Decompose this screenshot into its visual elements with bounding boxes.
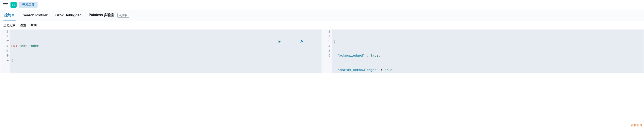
devtools-button[interactable]: 开发工具 [19, 2, 38, 8]
subnav-settings[interactable]: 设置 [20, 23, 26, 27]
gutter-line: 6 [0, 54, 8, 58]
http-method: PUT [11, 44, 17, 48]
request-editor[interactable]: 1234567 PUT test_index { "settings": { "… [0, 30, 322, 73]
response-gutter: 123456 [322, 30, 332, 73]
gutter-line: 1 [322, 30, 330, 34]
tab-console[interactable]: 控制台 [4, 10, 16, 21]
editor-actions [278, 30, 320, 53]
gutter-line: 2 [0, 34, 8, 39]
gutter-line: 5 [322, 49, 330, 54]
run-icon[interactable] [278, 30, 298, 53]
gutter-line: 5 [0, 49, 8, 54]
fold-up-icon[interactable] [329, 50, 331, 51]
gutter-line: 1 [0, 30, 8, 34]
editors-container: 1234567 PUT test_index { "settings": { "… [0, 30, 644, 73]
request-gutter: 1234567 [0, 30, 10, 73]
fold-up-icon[interactable] [7, 55, 9, 56]
request-code[interactable]: PUT test_index { "settings": { "number_o… [10, 30, 322, 73]
gutter-line: 3 [0, 39, 8, 44]
request-path: test_index [19, 44, 39, 48]
tab-grok-debugger[interactable]: Grok Debugger [54, 10, 82, 21]
subnav-history[interactable]: 历史记录 [4, 23, 16, 27]
subnav: 历史记录 设置 帮助 [0, 21, 644, 30]
subnav-help[interactable]: 帮助 [30, 23, 37, 27]
header-bar: D 开发工具 [0, 0, 644, 10]
gutter-line: 4 [0, 44, 8, 49]
wrench-icon[interactable] [300, 30, 320, 53]
tab-painless-lab[interactable]: Painless 实验室 [88, 10, 115, 21]
fold-down-icon[interactable] [7, 40, 9, 42]
gutter-line: 4 [322, 44, 330, 49]
fold-down-icon[interactable] [329, 31, 331, 32]
logo-badge[interactable]: D [10, 2, 16, 8]
hamburger-icon[interactable] [2, 2, 8, 8]
fold-down-icon[interactable] [7, 36, 9, 37]
gutter-line: 6 [322, 54, 330, 58]
gutter-line: 3 [322, 39, 330, 44]
response-editor: 123456 { "acknowledged" : true, "shards_… [322, 30, 644, 73]
gutter-line: 2 [322, 34, 330, 39]
beta-badge: 公测版 [118, 13, 129, 18]
response-code: { "acknowledged" : true, "shards_acknowl… [332, 30, 644, 73]
fold-up-icon[interactable] [7, 60, 9, 61]
gutter-line: 7 [0, 58, 8, 63]
tab-bar: 控制台 Search Profiler Grok Debugger Painle… [0, 10, 644, 21]
tab-search-profiler[interactable]: Search Profiler [22, 10, 48, 21]
